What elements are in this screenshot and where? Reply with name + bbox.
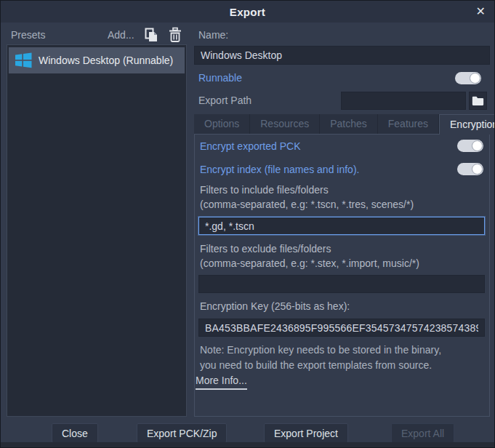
export-dialog: Export ✕ Presets Add... bbox=[0, 0, 495, 448]
tab-features[interactable]: Features bbox=[378, 114, 439, 134]
include-filter-label: Filters to include files/folders bbox=[200, 184, 329, 196]
export-pck-zip-button[interactable]: Export PCK/Zip bbox=[137, 423, 227, 443]
preset-item-label: Windows Desktop (Runnable) bbox=[39, 55, 173, 66]
delete-preset-button[interactable] bbox=[167, 27, 183, 43]
close-button[interactable]: Close bbox=[52, 423, 98, 443]
toggle-knob bbox=[472, 140, 483, 151]
preset-list: Windows Desktop (Runnable) bbox=[7, 44, 187, 417]
encryption-note-line1: Note: Encryption key needs to be stored … bbox=[200, 344, 441, 356]
include-filter-input[interactable] bbox=[198, 217, 485, 235]
dialog-title: Export bbox=[230, 6, 265, 18]
tab-encryption[interactable]: Encryption bbox=[439, 114, 495, 135]
encrypt-index-toggle[interactable] bbox=[457, 163, 483, 175]
browse-path-button[interactable] bbox=[469, 92, 487, 110]
dialog-bottom-edge bbox=[1, 442, 494, 447]
encryption-key-input[interactable] bbox=[198, 319, 485, 337]
export-project-button[interactable]: Export Project bbox=[264, 423, 348, 443]
encryption-key-label: Encryption Key (256-bits as hex): bbox=[200, 300, 350, 312]
trash-icon bbox=[167, 27, 183, 43]
runnable-toggle[interactable] bbox=[455, 72, 481, 84]
encrypt-pck-toggle[interactable] bbox=[457, 140, 483, 152]
export-all-button: Export All bbox=[391, 423, 454, 443]
add-preset-button[interactable]: Add... bbox=[108, 29, 134, 41]
include-filter-hint: (comma-separated, e.g: *.tscn, *.tres, s… bbox=[200, 199, 414, 210]
duplicate-preset-button[interactable] bbox=[143, 27, 159, 43]
folder-icon bbox=[472, 95, 484, 106]
presets-label: Presets bbox=[11, 29, 45, 41]
export-path-label: Export Path bbox=[198, 95, 251, 106]
exclude-filter-input[interactable] bbox=[198, 275, 485, 293]
toggle-knob bbox=[472, 164, 483, 175]
exclude-filter-hint: (comma-separated, e.g: *.stex, *.import,… bbox=[200, 257, 419, 269]
more-info-link[interactable]: More Info... bbox=[196, 375, 247, 390]
runnable-label: Runnable bbox=[198, 72, 242, 84]
name-input[interactable] bbox=[194, 46, 490, 65]
name-label: Name: bbox=[198, 29, 228, 41]
tab-options[interactable]: Options bbox=[194, 114, 250, 134]
encrypt-pck-label: Encrypt exported PCK bbox=[200, 140, 301, 152]
toggle-knob bbox=[470, 73, 480, 84]
tab-bar: Options Resources Patches Features Encry… bbox=[194, 114, 495, 134]
encryption-note-line2: you need to build the export templates f… bbox=[200, 359, 432, 371]
export-path-input[interactable] bbox=[341, 92, 466, 110]
preset-item-windows-desktop[interactable]: Windows Desktop (Runnable) bbox=[9, 47, 185, 73]
tab-resources[interactable]: Resources bbox=[250, 114, 320, 134]
encrypt-index-label: Encrypt index (file names and info). bbox=[200, 164, 359, 175]
titlebar: Export ✕ bbox=[1, 1, 494, 23]
tab-patches[interactable]: Patches bbox=[320, 114, 378, 134]
close-icon[interactable]: ✕ bbox=[476, 4, 486, 20]
windows-logo-icon bbox=[14, 51, 33, 70]
copy-icon bbox=[143, 27, 159, 43]
exclude-filter-label: Filters to exclude files/folders bbox=[200, 243, 331, 255]
